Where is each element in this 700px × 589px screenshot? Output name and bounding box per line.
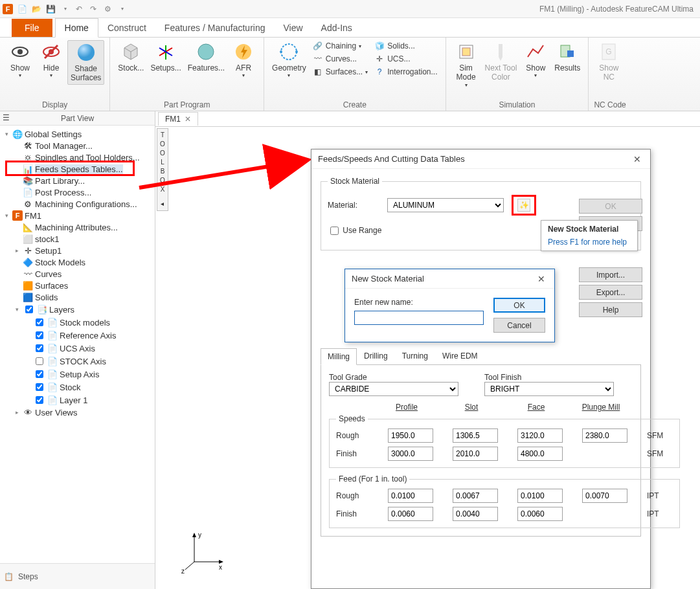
layer-checkbox[interactable] [36,344,43,352]
tree-tool-manager[interactable]: 🛠Tool Manager... [13,140,155,151]
results-button[interactable]: Results [552,40,583,74]
tree-spindles[interactable]: ⛭Spindles and Tool Holders... [13,151,155,163]
layer-checkbox[interactable] [36,383,43,391]
qat-more-icon[interactable] [117,4,127,14]
tree-layers[interactable]: ▾📑Layers [13,303,155,316]
new-material-icon[interactable]: ✨ [517,199,530,212]
layer-reference-axis[interactable]: 📄Reference Axis [23,329,155,342]
tree-mach-config[interactable]: ⚙Machining Configurations... [13,198,155,210]
feed-rough-face[interactable] [517,489,563,503]
show-button[interactable]: Show▾ [5,40,35,80]
tab-drilling[interactable]: Drilling [357,348,395,364]
feed-rough-profile[interactable] [388,489,433,503]
layer-checkbox[interactable] [36,318,43,326]
shade-surfaces-button[interactable]: Shade Surfaces [67,40,104,85]
gear-icon[interactable]: ⚙ [102,4,113,14]
layer-ucs-axis[interactable]: 📄UCS Axis [23,342,155,355]
tree-user-views[interactable]: ▸👁User Views [13,406,155,418]
import-button[interactable]: Import... [579,267,642,282]
cancel-button[interactable]: Cancel [493,318,545,333]
export-button[interactable]: Export... [579,285,642,300]
tab-home[interactable]: Home [55,18,98,38]
next-tool-color-button[interactable]: Next Tool Color [482,40,520,83]
tree-mach-attr[interactable]: 📐Machining Attributes... [13,221,155,233]
help-button[interactable]: Help [579,302,642,317]
speed-rough-profile[interactable] [388,428,433,443]
new-name-input[interactable] [354,311,484,325]
tree-surfaces[interactable]: 🟧Surfaces [13,280,155,291]
save-dropdown-icon[interactable] [60,4,70,14]
curves-button[interactable]: 〰Curves... [310,53,370,65]
steps-tab[interactable]: 📋Steps [0,564,155,589]
layer-stock-models[interactable]: 📄Stock models [23,316,155,329]
chaining-button[interactable]: 🔗Chaining▾ [310,40,370,52]
sim-show-button[interactable]: Show▾ [521,40,550,80]
layer-checkbox[interactable] [36,331,43,339]
tree-curves[interactable]: 〰Curves [13,268,155,280]
close-icon[interactable]: ✕ [535,274,548,284]
material-select[interactable]: ALUMINUM [387,198,504,212]
tree-global-settings[interactable]: ▾🌐Global Settings [3,128,155,140]
layers-checkbox[interactable] [25,306,33,313]
tree-stock1[interactable]: ⬜stock1 [13,233,155,245]
setups-button[interactable]: Setups... [148,40,183,74]
tab-features-manufacturing[interactable]: Features / Manufacturing [155,19,275,37]
close-icon[interactable]: ✕ [631,154,644,164]
interrogation-button[interactable]: ?Interrogation... [372,66,440,78]
new-icon[interactable]: 📄 [17,4,27,14]
save-icon[interactable]: 💾 [45,4,56,14]
tree-setup1[interactable]: ▸✛Setup1 [13,245,155,256]
layer-stock[interactable]: 📄Stock [23,381,155,394]
tab-turning[interactable]: Turning [395,348,435,364]
tab-addins[interactable]: Add-Ins [312,19,361,37]
tree-stock-models[interactable]: 🔷Stock Models [13,256,155,268]
solids-button[interactable]: 🧊Solids... [372,40,440,52]
doc-tab-fm1[interactable]: FM1✕ [158,112,198,126]
redo-icon[interactable]: ↷ [88,4,98,14]
close-icon[interactable]: ✕ [185,115,191,124]
speed-finish-slot[interactable] [453,447,498,461]
afr-button[interactable]: AFR▾ [229,40,258,80]
tab-milling[interactable]: Milling [321,348,357,365]
sim-mode-button[interactable]: Sim Mode▾ [451,40,481,89]
layer-stock-axis[interactable]: 📄STOCK Axis [23,355,155,368]
speed-finish-face[interactable] [517,447,563,461]
tree-solids[interactable]: 🟦Solids [13,291,155,303]
speed-rough-face[interactable] [517,428,563,443]
layer-checkbox[interactable] [36,396,43,404]
feed-finish-face[interactable] [517,507,563,521]
feed-finish-profile[interactable] [388,507,433,521]
tab-view[interactable]: View [274,19,311,37]
layer-checkbox[interactable] [36,357,43,365]
features-button[interactable]: Features... [185,40,227,74]
show-nc-button[interactable]: GShow NC [594,40,624,83]
hide-button[interactable]: Hide▾ [36,40,66,80]
tree-post-process[interactable]: 📄Post Process... [13,186,155,198]
surfaces-button[interactable]: ◧Surfaces...▾ [310,66,370,78]
tool-grade-select[interactable]: CARBIDE [329,382,458,396]
speed-finish-profile[interactable] [388,447,433,461]
tree-feeds-speeds[interactable]: 📊Feeds Speeds Tables... [13,163,155,175]
tab-wire-edm[interactable]: Wire EDM [435,348,485,364]
layer-setup-axis[interactable]: 📄Setup Axis [23,368,155,381]
toolbox-panel[interactable]: TOOLBOX◂ [157,128,168,211]
layer-checkbox[interactable] [36,370,43,378]
stock-button[interactable]: Stock... [115,40,146,74]
tree-part-library[interactable]: 📚Part Library... [13,175,155,186]
feed-finish-slot[interactable] [453,507,498,521]
use-range-checkbox[interactable]: Use Range [328,226,381,235]
speed-rough-plunge[interactable] [582,428,627,443]
tool-finish-select[interactable]: BRIGHT [484,382,614,396]
tree-fm1[interactable]: ▾FFM1 [3,210,155,221]
ok-button[interactable]: OK [493,298,545,313]
feed-rough-slot[interactable] [453,489,498,503]
open-icon[interactable]: 📂 [31,4,41,14]
undo-icon[interactable]: ↶ [74,4,84,14]
ucs-button[interactable]: ✛UCS... [372,53,440,65]
geometry-button[interactable]: Geometry▾ [269,40,309,80]
speed-rough-slot[interactable] [453,428,498,443]
ok-button[interactable]: OK [579,199,642,214]
tab-construct[interactable]: Construct [98,19,155,37]
feed-rough-plunge[interactable] [582,489,627,503]
layer-layer1[interactable]: 📄Layer 1 [23,394,155,406]
